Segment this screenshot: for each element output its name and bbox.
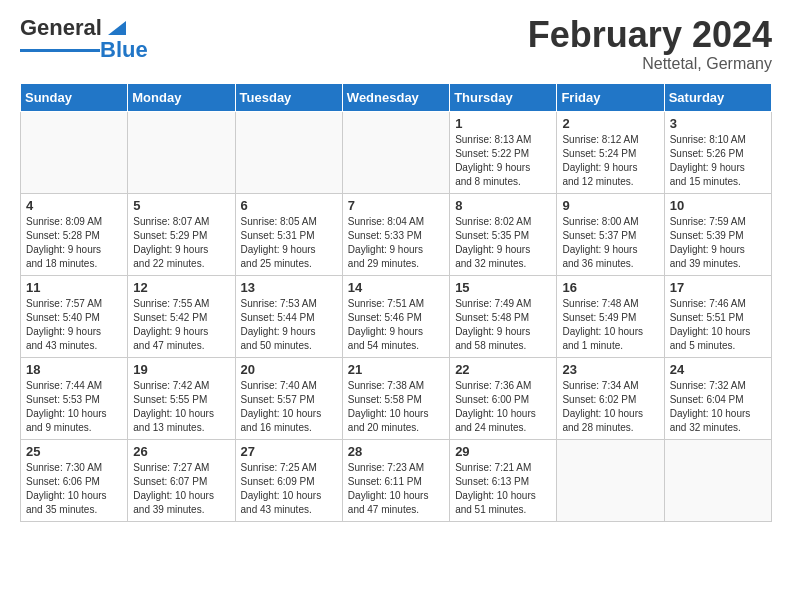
day-number: 6 — [241, 198, 337, 213]
day-info: Sunrise: 7:38 AM Sunset: 5:58 PM Dayligh… — [348, 379, 444, 435]
calendar-cell: 8Sunrise: 8:02 AM Sunset: 5:35 PM Daylig… — [450, 193, 557, 275]
calendar-cell: 2Sunrise: 8:12 AM Sunset: 5:24 PM Daylig… — [557, 111, 664, 193]
calendar-cell: 26Sunrise: 7:27 AM Sunset: 6:07 PM Dayli… — [128, 439, 235, 521]
col-thursday: Thursday — [450, 83, 557, 111]
col-friday: Friday — [557, 83, 664, 111]
day-number: 28 — [348, 444, 444, 459]
calendar-cell — [235, 111, 342, 193]
calendar-cell: 29Sunrise: 7:21 AM Sunset: 6:13 PM Dayli… — [450, 439, 557, 521]
day-info: Sunrise: 7:25 AM Sunset: 6:09 PM Dayligh… — [241, 461, 337, 517]
month-title: February 2024 — [528, 15, 772, 55]
calendar-cell: 7Sunrise: 8:04 AM Sunset: 5:33 PM Daylig… — [342, 193, 449, 275]
calendar-cell: 4Sunrise: 8:09 AM Sunset: 5:28 PM Daylig… — [21, 193, 128, 275]
day-number: 13 — [241, 280, 337, 295]
calendar-cell: 12Sunrise: 7:55 AM Sunset: 5:42 PM Dayli… — [128, 275, 235, 357]
day-info: Sunrise: 7:42 AM Sunset: 5:55 PM Dayligh… — [133, 379, 229, 435]
calendar-cell: 22Sunrise: 7:36 AM Sunset: 6:00 PM Dayli… — [450, 357, 557, 439]
day-number: 12 — [133, 280, 229, 295]
calendar-cell — [557, 439, 664, 521]
day-info: Sunrise: 7:30 AM Sunset: 6:06 PM Dayligh… — [26, 461, 122, 517]
day-number: 29 — [455, 444, 551, 459]
day-info: Sunrise: 8:02 AM Sunset: 5:35 PM Dayligh… — [455, 215, 551, 271]
day-info: Sunrise: 7:32 AM Sunset: 6:04 PM Dayligh… — [670, 379, 766, 435]
col-monday: Monday — [128, 83, 235, 111]
title-area: February 2024 Nettetal, Germany — [528, 15, 772, 73]
calendar-row-1: 1Sunrise: 8:13 AM Sunset: 5:22 PM Daylig… — [21, 111, 772, 193]
day-number: 4 — [26, 198, 122, 213]
calendar-row-2: 4Sunrise: 8:09 AM Sunset: 5:28 PM Daylig… — [21, 193, 772, 275]
logo: General Blue — [20, 15, 148, 63]
calendar-cell: 27Sunrise: 7:25 AM Sunset: 6:09 PM Dayli… — [235, 439, 342, 521]
calendar-cell: 19Sunrise: 7:42 AM Sunset: 5:55 PM Dayli… — [128, 357, 235, 439]
calendar-cell: 10Sunrise: 7:59 AM Sunset: 5:39 PM Dayli… — [664, 193, 771, 275]
calendar-cell: 13Sunrise: 7:53 AM Sunset: 5:44 PM Dayli… — [235, 275, 342, 357]
calendar-cell: 11Sunrise: 7:57 AM Sunset: 5:40 PM Dayli… — [21, 275, 128, 357]
col-tuesday: Tuesday — [235, 83, 342, 111]
day-number: 23 — [562, 362, 658, 377]
calendar-cell: 5Sunrise: 8:07 AM Sunset: 5:29 PM Daylig… — [128, 193, 235, 275]
day-info: Sunrise: 7:48 AM Sunset: 5:49 PM Dayligh… — [562, 297, 658, 353]
day-number: 15 — [455, 280, 551, 295]
calendar-row-3: 11Sunrise: 7:57 AM Sunset: 5:40 PM Dayli… — [21, 275, 772, 357]
day-number: 20 — [241, 362, 337, 377]
day-number: 19 — [133, 362, 229, 377]
calendar-row-4: 18Sunrise: 7:44 AM Sunset: 5:53 PM Dayli… — [21, 357, 772, 439]
day-info: Sunrise: 7:34 AM Sunset: 6:02 PM Dayligh… — [562, 379, 658, 435]
calendar-cell: 21Sunrise: 7:38 AM Sunset: 5:58 PM Dayli… — [342, 357, 449, 439]
day-info: Sunrise: 8:07 AM Sunset: 5:29 PM Dayligh… — [133, 215, 229, 271]
day-info: Sunrise: 7:51 AM Sunset: 5:46 PM Dayligh… — [348, 297, 444, 353]
calendar-cell: 20Sunrise: 7:40 AM Sunset: 5:57 PM Dayli… — [235, 357, 342, 439]
day-info: Sunrise: 7:44 AM Sunset: 5:53 PM Dayligh… — [26, 379, 122, 435]
calendar-cell: 24Sunrise: 7:32 AM Sunset: 6:04 PM Dayli… — [664, 357, 771, 439]
day-number: 26 — [133, 444, 229, 459]
calendar-cell: 25Sunrise: 7:30 AM Sunset: 6:06 PM Dayli… — [21, 439, 128, 521]
day-info: Sunrise: 8:09 AM Sunset: 5:28 PM Dayligh… — [26, 215, 122, 271]
day-number: 3 — [670, 116, 766, 131]
calendar-cell: 23Sunrise: 7:34 AM Sunset: 6:02 PM Dayli… — [557, 357, 664, 439]
day-number: 25 — [26, 444, 122, 459]
day-number: 1 — [455, 116, 551, 131]
header: General Blue February 2024 Nettetal, Ger… — [20, 15, 772, 73]
day-info: Sunrise: 8:12 AM Sunset: 5:24 PM Dayligh… — [562, 133, 658, 189]
day-info: Sunrise: 8:10 AM Sunset: 5:26 PM Dayligh… — [670, 133, 766, 189]
day-info: Sunrise: 7:23 AM Sunset: 6:11 PM Dayligh… — [348, 461, 444, 517]
calendar-cell — [664, 439, 771, 521]
day-info: Sunrise: 7:40 AM Sunset: 5:57 PM Dayligh… — [241, 379, 337, 435]
main-container: General Blue February 2024 Nettetal, Ger… — [0, 0, 792, 532]
day-info: Sunrise: 7:57 AM Sunset: 5:40 PM Dayligh… — [26, 297, 122, 353]
day-number: 5 — [133, 198, 229, 213]
col-sunday: Sunday — [21, 83, 128, 111]
day-info: Sunrise: 8:00 AM Sunset: 5:37 PM Dayligh… — [562, 215, 658, 271]
calendar-cell: 3Sunrise: 8:10 AM Sunset: 5:26 PM Daylig… — [664, 111, 771, 193]
day-info: Sunrise: 8:04 AM Sunset: 5:33 PM Dayligh… — [348, 215, 444, 271]
day-number: 11 — [26, 280, 122, 295]
calendar-cell: 14Sunrise: 7:51 AM Sunset: 5:46 PM Dayli… — [342, 275, 449, 357]
day-number: 16 — [562, 280, 658, 295]
day-info: Sunrise: 7:49 AM Sunset: 5:48 PM Dayligh… — [455, 297, 551, 353]
day-number: 7 — [348, 198, 444, 213]
location: Nettetal, Germany — [528, 55, 772, 73]
day-number: 24 — [670, 362, 766, 377]
day-number: 14 — [348, 280, 444, 295]
calendar-cell: 18Sunrise: 7:44 AM Sunset: 5:53 PM Dayli… — [21, 357, 128, 439]
logo-bird-icon — [104, 17, 126, 39]
day-number: 22 — [455, 362, 551, 377]
day-number: 8 — [455, 198, 551, 213]
day-number: 21 — [348, 362, 444, 377]
day-number: 18 — [26, 362, 122, 377]
day-info: Sunrise: 7:55 AM Sunset: 5:42 PM Dayligh… — [133, 297, 229, 353]
day-info: Sunrise: 7:27 AM Sunset: 6:07 PM Dayligh… — [133, 461, 229, 517]
col-wednesday: Wednesday — [342, 83, 449, 111]
header-row: Sunday Monday Tuesday Wednesday Thursday… — [21, 83, 772, 111]
day-number: 27 — [241, 444, 337, 459]
calendar-cell: 17Sunrise: 7:46 AM Sunset: 5:51 PM Dayli… — [664, 275, 771, 357]
col-saturday: Saturday — [664, 83, 771, 111]
day-info: Sunrise: 7:46 AM Sunset: 5:51 PM Dayligh… — [670, 297, 766, 353]
calendar-cell: 9Sunrise: 8:00 AM Sunset: 5:37 PM Daylig… — [557, 193, 664, 275]
logo-blue: Blue — [100, 37, 148, 63]
calendar-cell: 16Sunrise: 7:48 AM Sunset: 5:49 PM Dayli… — [557, 275, 664, 357]
svg-marker-0 — [108, 21, 126, 35]
calendar-cell — [342, 111, 449, 193]
day-info: Sunrise: 7:53 AM Sunset: 5:44 PM Dayligh… — [241, 297, 337, 353]
day-info: Sunrise: 8:05 AM Sunset: 5:31 PM Dayligh… — [241, 215, 337, 271]
